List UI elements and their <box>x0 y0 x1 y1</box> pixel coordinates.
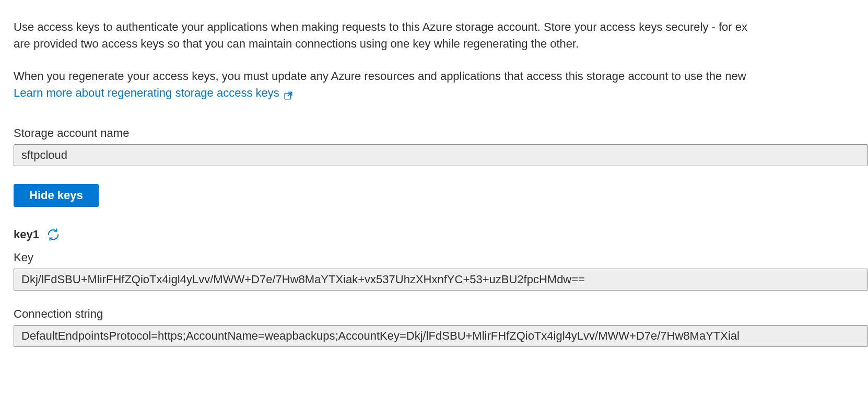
external-link-icon <box>284 88 293 98</box>
key1-key-field: Key Dkj/lFdSBU+MlirFHfZQioTx4igl4yLvv/MW… <box>14 251 868 291</box>
key1-key-input[interactable]: Dkj/lFdSBU+MlirFHfZQioTx4igl4yLvv/MWW+D7… <box>14 269 868 291</box>
storage-account-name-field: Storage account name sftpcloud <box>14 126 868 166</box>
hide-keys-button[interactable]: Hide keys <box>14 184 99 207</box>
key1-heading: key1 <box>14 228 39 241</box>
intro-paragraph-1: Use access keys to authenticate your app… <box>14 19 868 52</box>
key1-heading-row: key1 <box>14 228 868 241</box>
learn-more-link[interactable]: Learn more about regenerating storage ac… <box>14 85 293 101</box>
key1-connection-string-input[interactable]: DefaultEndpointsProtocol=https;AccountNa… <box>14 325 868 347</box>
svg-line-1 <box>288 92 292 96</box>
intro-paragraph-2: When you regenerate your access keys, yo… <box>14 68 868 101</box>
intro-line2: are provided two access keys so that you… <box>14 37 579 50</box>
access-keys-page: Use access keys to authenticate your app… <box>0 0 868 347</box>
intro-line1: Use access keys to authenticate your app… <box>14 20 747 33</box>
key1-connection-string-label: Connection string <box>14 307 868 321</box>
rotate-key1-button[interactable] <box>46 228 60 241</box>
key1-key-label: Key <box>14 251 868 264</box>
storage-account-name-input[interactable]: sftpcloud <box>14 144 868 166</box>
key1-connection-string-field: Connection string DefaultEndpointsProtoc… <box>14 307 868 347</box>
storage-account-name-label: Storage account name <box>14 126 868 140</box>
learn-more-text: Learn more about regenerating storage ac… <box>14 85 279 101</box>
rotate-icon <box>46 228 60 241</box>
intro-line3: When you regenerate your access keys, yo… <box>14 69 746 83</box>
hide-keys-button-label: Hide keys <box>29 189 83 202</box>
